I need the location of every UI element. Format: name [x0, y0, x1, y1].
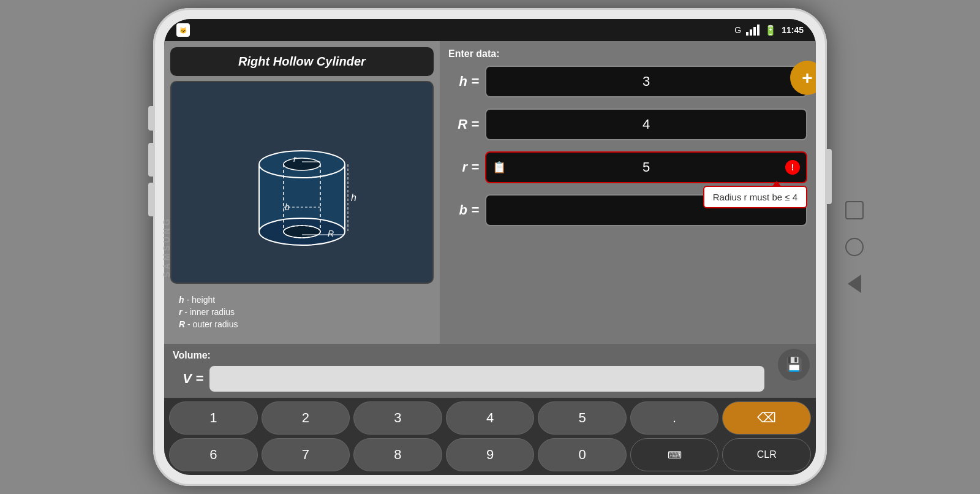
recents-button[interactable]: [845, 201, 864, 219]
clipboard-icon: 📋: [492, 161, 506, 174]
signal-bar-3: [753, 27, 756, 36]
legend-box: h - height r - inner radius R - outer ra…: [170, 289, 434, 338]
key-9[interactable]: 9: [446, 438, 535, 471]
key-1[interactable]: 1: [169, 401, 258, 435]
r-input[interactable]: 📋 5 !: [485, 151, 807, 183]
legend-r: r - inner radius: [179, 307, 425, 317]
b-label: b =: [448, 202, 479, 218]
battery-icon: 🔋: [764, 25, 777, 36]
signal-bar-2: [750, 29, 752, 36]
cylinder-illustration: r h R b: [170, 81, 434, 284]
key-clear[interactable]: CLR: [722, 438, 811, 471]
app-content: Right Hollow Cylinder: [164, 41, 816, 475]
back-button[interactable]: [848, 275, 861, 293]
app-notification-icon: 🐱: [176, 23, 190, 37]
tooltip-arrow: [772, 181, 782, 187]
keyboard-row-2: 6 7 8 9 0 ⌨ CLR: [169, 438, 811, 471]
volume-down-button[interactable]: [148, 183, 153, 216]
svg-text:h: h: [351, 192, 356, 203]
validation-tooltip: Radius r must be ≤ 4: [703, 186, 807, 208]
status-right: G 🔋 11:45: [734, 25, 804, 36]
svg-text:R: R: [328, 229, 334, 238]
shape-title-box: Right Hollow Cylinder: [170, 47, 434, 76]
key-5[interactable]: 5: [538, 401, 627, 435]
power-button[interactable]: [827, 149, 832, 204]
r-input-row: r = 📋 5 ! Radius r must be ≤ 4: [448, 151, 807, 183]
legend-h: h - height: [179, 295, 425, 305]
key-4[interactable]: 4: [446, 401, 535, 435]
keyboard: 1 2 3 4 5 . ⌫ 6 7 8 9 0 ⌨ CLR: [164, 398, 816, 475]
signal-bar-1: [746, 32, 748, 36]
left-panel: Right Hollow Cylinder: [164, 41, 440, 344]
error-icon: !: [785, 160, 800, 175]
save-icon: 💾: [786, 357, 802, 373]
h-input-row: h = 3 +: [448, 66, 807, 97]
add-button[interactable]: +: [790, 61, 816, 95]
svg-point-3: [284, 158, 320, 170]
volume-up-button[interactable]: [148, 143, 153, 177]
clock: 11:45: [782, 25, 804, 35]
key-backspace[interactable]: ⌫: [722, 401, 811, 435]
volume-mute-button[interactable]: [148, 106, 153, 131]
enter-data-label: Enter data:: [448, 48, 807, 59]
volume-result-field: [209, 366, 764, 392]
R-input-row: R = 4: [448, 108, 807, 140]
h-label: h =: [448, 74, 479, 89]
right-panel: Enter data: h = 3 +: [440, 41, 816, 344]
key-7[interactable]: 7: [262, 438, 350, 471]
signal-strength: [746, 25, 760, 36]
key-6[interactable]: 6: [169, 438, 258, 471]
key-8[interactable]: 8: [353, 438, 442, 471]
key-dot[interactable]: .: [630, 401, 719, 435]
signal-bar-4: [757, 25, 760, 36]
h-input[interactable]: 3 +: [485, 66, 807, 97]
phone-screen: 🐱 G 🔋 11:45 Right Hollow C: [164, 19, 816, 475]
R-label: R =: [448, 116, 479, 132]
g-indicator: G: [734, 25, 741, 35]
keyboard-row-1: 1 2 3 4 5 . ⌫: [169, 401, 811, 435]
shape-title: Right Hollow Cylinder: [238, 55, 366, 68]
android-nav: [845, 201, 864, 293]
volume-var-label: V =: [173, 371, 203, 387]
top-section: Right Hollow Cylinder: [164, 41, 816, 344]
status-left: 🐱: [176, 23, 190, 37]
save-button[interactable]: 💾: [778, 349, 810, 381]
volume-section: 💾 Volume: V =: [164, 344, 816, 398]
phone-shell: SAMSUNG 🐱 G 🔋 11:45: [153, 8, 827, 486]
volume-row: V =: [173, 366, 807, 392]
key-2[interactable]: 2: [262, 401, 350, 435]
key-0[interactable]: 0: [538, 438, 627, 471]
status-bar: 🐱 G 🔋 11:45: [164, 19, 816, 41]
key-keyboard-toggle[interactable]: ⌨: [630, 438, 719, 471]
R-input[interactable]: 4: [485, 108, 807, 140]
home-button[interactable]: [845, 238, 864, 256]
cylinder-svg: r h R b: [235, 115, 369, 250]
r-label: r =: [448, 159, 479, 175]
volume-label: Volume:: [173, 350, 807, 361]
legend-R: R - outer radius: [179, 319, 425, 329]
key-3[interactable]: 3: [353, 401, 442, 435]
